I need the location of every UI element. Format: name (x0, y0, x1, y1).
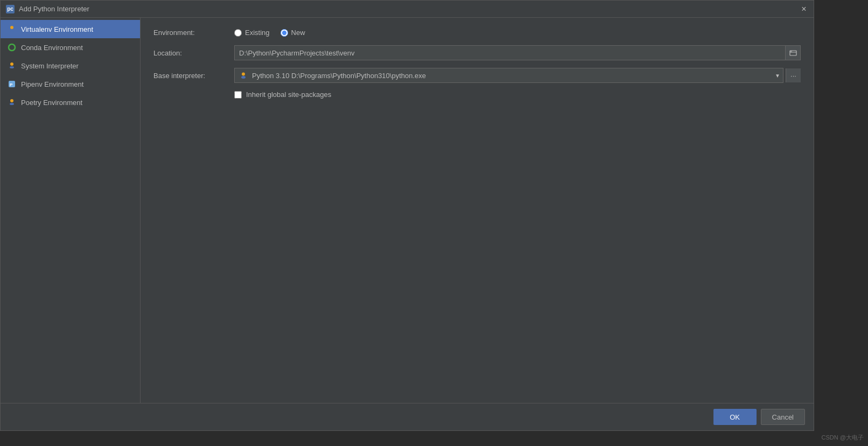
existing-label: Existing (245, 29, 270, 37)
existing-option[interactable]: Existing (234, 29, 270, 37)
new-radio[interactable] (281, 29, 288, 37)
dialog-icon: pc (6, 5, 15, 13)
dropdown-arrow-icon: ▼ (772, 68, 783, 82)
environment-label: Environment: (153, 29, 223, 37)
svg-rect-10 (790, 51, 792, 52)
existing-radio[interactable] (234, 29, 242, 37)
main-content: Environment: Existing New Location: (141, 18, 814, 403)
poetry-icon (7, 97, 17, 107)
close-button[interactable]: × (800, 5, 808, 13)
dialog-body: Virtualenv Environment Conda Environment (1, 18, 814, 403)
cancel-button[interactable]: Cancel (761, 409, 805, 425)
svg-point-1 (10, 30, 14, 32)
location-browse-button[interactable] (785, 46, 800, 60)
base-interpreter-row: Base interpreter: Python 3.10 D:\Program… (153, 68, 801, 83)
add-python-interpreter-dialog: pc Add Python Interpreter × Virtualenv E… (0, 0, 814, 431)
new-label: New (291, 29, 305, 37)
svg-point-8 (10, 103, 14, 105)
sidebar: Virtualenv Environment Conda Environment (1, 18, 141, 403)
title-bar: pc Add Python Interpreter × (1, 1, 814, 18)
location-input[interactable] (235, 46, 785, 60)
interpreter-icon-group (235, 71, 248, 80)
base-interpreter-dropdown: Python 3.10 D:\Programs\Python\Python310… (234, 68, 783, 83)
python-icon (239, 71, 248, 80)
inherit-label[interactable]: Inherit global site-packages (246, 90, 331, 99)
svg-text:P: P (10, 82, 13, 87)
sidebar-item-system[interactable]: System Interpreter (1, 57, 140, 75)
conda-icon (7, 43, 17, 52)
sidebar-item-label-poetry: Poetry Environment (21, 99, 82, 107)
watermark: CSDN @大电子 (822, 434, 864, 442)
sidebar-item-virtualenv[interactable]: Virtualenv Environment (1, 20, 140, 38)
svg-point-0 (10, 26, 13, 29)
location-input-container (234, 45, 801, 60)
ok-button[interactable]: OK (713, 409, 757, 425)
sidebar-item-label-conda: Conda Environment (21, 44, 83, 52)
radio-group: Existing New (234, 29, 305, 37)
dialog-footer: OK Cancel (1, 403, 814, 430)
inherit-checkbox-row: Inherit global site-packages (234, 90, 801, 99)
dialog-title: Add Python Interpreter (19, 5, 800, 13)
system-icon (7, 61, 17, 71)
pipenv-icon: P (7, 79, 17, 89)
svg-point-3 (10, 62, 13, 66)
virtualenv-icon (7, 24, 17, 34)
sidebar-item-label-pipenv: Pipenv Environment (21, 80, 83, 88)
sidebar-item-pipenv[interactable]: P Pipenv Environment (1, 75, 140, 93)
location-label: Location: (153, 49, 234, 57)
inherit-checkbox[interactable] (234, 91, 242, 99)
svg-point-7 (10, 99, 13, 102)
sidebar-item-label-virtualenv: Virtualenv Environment (21, 25, 93, 33)
new-option[interactable]: New (281, 29, 305, 37)
svg-point-11 (242, 73, 245, 76)
interpreter-browse-button[interactable]: ··· (786, 68, 801, 82)
svg-point-12 (241, 76, 246, 79)
sidebar-item-poetry[interactable]: Poetry Environment (1, 93, 140, 111)
svg-point-4 (10, 66, 14, 68)
base-interpreter-select[interactable]: Python 3.10 D:\Programs\Python\Python310… (248, 68, 772, 82)
base-interpreter-label: Base interpreter: (153, 72, 234, 80)
location-row: Location: (153, 45, 801, 60)
environment-row: Environment: Existing New (153, 29, 801, 37)
sidebar-item-conda[interactable]: Conda Environment (1, 38, 140, 57)
svg-point-2 (9, 44, 15, 51)
sidebar-item-label-system: System Interpreter (21, 62, 79, 70)
